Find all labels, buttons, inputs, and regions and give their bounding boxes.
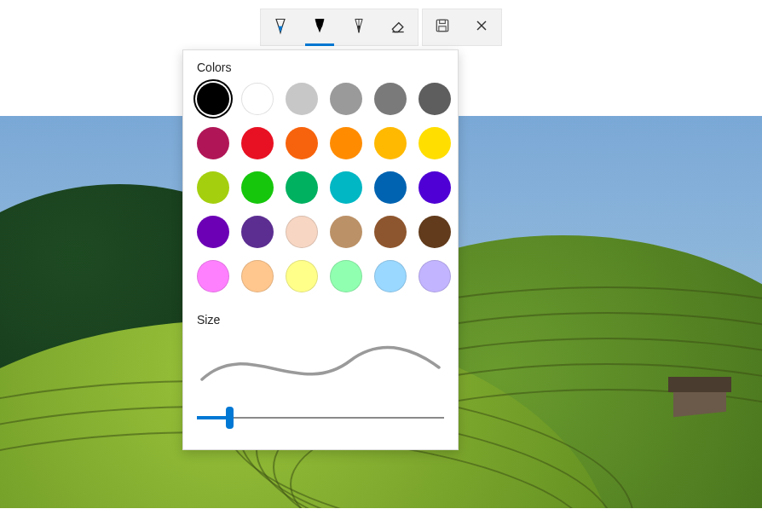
size-slider-fill xyxy=(197,416,229,419)
color-swatch-orange[interactable] xyxy=(330,127,362,159)
color-swatch-indigo[interactable] xyxy=(419,171,451,204)
close-icon xyxy=(473,16,490,38)
color-swatch-teal-green[interactable] xyxy=(286,171,318,204)
color-swatch-magenta[interactable] xyxy=(197,127,229,159)
color-swatch-light-gray[interactable] xyxy=(286,83,318,115)
calligraphy-button[interactable] xyxy=(339,9,378,45)
color-swatch-dark-gray[interactable] xyxy=(374,83,407,115)
color-swatch-pink[interactable] xyxy=(197,260,229,292)
color-swatch-light-blue[interactable] xyxy=(374,260,407,292)
ink-toolbar xyxy=(260,9,502,46)
color-swatch-white[interactable] xyxy=(241,83,274,115)
ballpoint-pen-button[interactable] xyxy=(261,9,300,45)
color-swatch-light-green[interactable] xyxy=(330,260,362,292)
colors-label: Colors xyxy=(197,61,444,74)
size-label: Size xyxy=(197,313,444,327)
eraser-button[interactable] xyxy=(378,9,418,45)
color-swatch-gold[interactable] xyxy=(374,127,407,159)
color-swatch-black[interactable] xyxy=(197,83,229,115)
color-swatch-darker-gray[interactable] xyxy=(419,83,451,115)
color-swatch-light-yellow[interactable] xyxy=(286,260,318,292)
color-swatch-orange-red[interactable] xyxy=(286,127,318,159)
close-button[interactable] xyxy=(462,9,501,45)
color-swatch-blue[interactable] xyxy=(374,171,407,204)
color-swatch-light-orange[interactable] xyxy=(241,260,274,292)
color-swatch-lavender[interactable] xyxy=(419,260,451,292)
color-swatch-tan[interactable] xyxy=(330,216,362,248)
color-swatch-dark-purple[interactable] xyxy=(241,216,274,248)
size-slider[interactable] xyxy=(197,407,444,429)
color-swatch-peach[interactable] xyxy=(286,216,318,248)
calligraphy-icon xyxy=(350,16,367,38)
color-swatch-green[interactable] xyxy=(241,171,274,204)
eraser-icon xyxy=(390,16,407,38)
save-button[interactable] xyxy=(423,9,462,45)
color-swatch-cyan[interactable] xyxy=(330,171,362,204)
pen-settings-panel: Colors Size xyxy=(182,49,459,450)
color-swatch-brown[interactable] xyxy=(374,216,407,248)
color-swatch-red[interactable] xyxy=(241,127,274,159)
size-preview-stroke xyxy=(197,340,444,388)
size-slider-track xyxy=(197,417,444,419)
svg-rect-3 xyxy=(439,26,446,32)
size-slider-thumb[interactable] xyxy=(226,407,234,429)
tool-group-pens xyxy=(260,9,419,46)
tool-group-actions xyxy=(422,9,502,46)
color-swatch-dark-brown[interactable] xyxy=(419,216,451,248)
marker-icon xyxy=(311,16,328,38)
color-swatch-lime[interactable] xyxy=(197,171,229,204)
color-swatch-grid xyxy=(197,83,444,294)
save-icon xyxy=(434,16,451,38)
color-swatch-yellow[interactable] xyxy=(419,127,451,159)
color-swatch-purple[interactable] xyxy=(197,216,229,248)
color-swatch-gray[interactable] xyxy=(330,83,362,115)
marker-button[interactable] xyxy=(300,9,339,45)
ballpoint-pen-icon xyxy=(272,16,289,38)
